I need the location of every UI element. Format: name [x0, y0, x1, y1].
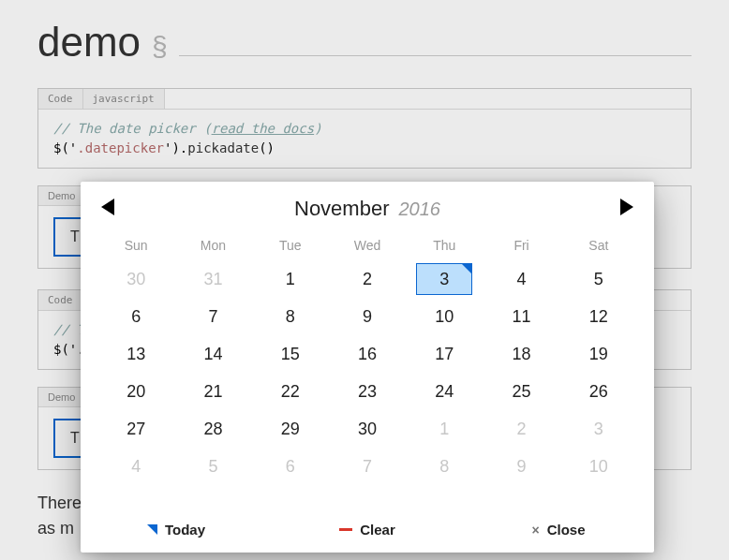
weekday-header: Wed [329, 228, 406, 260]
calendar-day[interactable]: 11 [494, 301, 550, 332]
calendar-day-outside[interactable]: 2 [494, 413, 550, 445]
calendar-day[interactable]: 2 [339, 263, 395, 295]
calendar-grid: SunMonTueWedThuFriSat 303112345678910111… [81, 225, 654, 508]
docs-link[interactable]: read the docs [212, 121, 315, 136]
weekday-header: Thu [406, 228, 483, 260]
title-rule [179, 55, 692, 56]
calendar-day[interactable]: 17 [416, 338, 472, 370]
calendar-day-outside[interactable]: 8 [416, 450, 472, 482]
prev-month-button[interactable] [101, 199, 114, 215]
today-label: Today [165, 522, 205, 538]
next-month-button[interactable] [620, 199, 633, 215]
demo-label-1: Demo [38, 186, 85, 206]
calendar-day[interactable]: 16 [339, 338, 395, 370]
calendar-day-outside[interactable]: 10 [571, 450, 627, 482]
calendar-day[interactable]: 6 [108, 301, 164, 332]
code-tab-lang[interactable]: javascript [83, 89, 165, 109]
weekday-header: Fri [483, 228, 559, 260]
calendar-day[interactable]: 21 [185, 376, 241, 407]
code-body-1: // The date picker (read the docs) $('.d… [38, 110, 691, 168]
calendar-day[interactable]: 26 [571, 376, 627, 407]
calendar-day[interactable]: 12 [571, 301, 627, 332]
calendar-day-outside[interactable]: 9 [494, 450, 550, 482]
datepicker-popup: November 2016 SunMonTueWedThuFriSat 3031… [81, 182, 654, 553]
calendar-day[interactable]: 23 [339, 376, 395, 407]
picker-month[interactable]: November [294, 197, 389, 221]
calendar-day[interactable]: 19 [571, 338, 627, 370]
calendar-day[interactable]: 1 [262, 263, 319, 295]
title-row: demo § [37, 19, 692, 66]
picker-header: November 2016 [81, 182, 654, 225]
demo-label-2: Demo [38, 388, 85, 407]
code-comment: // The date picker (read the docs) [53, 121, 322, 136]
calendar-day[interactable]: 22 [262, 376, 319, 407]
calendar-day[interactable]: 5 [571, 263, 627, 295]
clear-marker-icon [339, 528, 352, 531]
calendar-day-outside[interactable]: 30 [108, 263, 164, 295]
calendar-day-selected[interactable]: 3 [416, 263, 472, 295]
weekday-header: Sun [97, 228, 174, 260]
calendar-day[interactable]: 18 [494, 338, 550, 370]
calendar-day[interactable]: 7 [185, 301, 241, 332]
calendar-day-outside[interactable]: 5 [185, 450, 241, 482]
close-button[interactable]: × Close [463, 522, 654, 538]
close-label: Close [547, 522, 586, 538]
section-symbol: § [152, 31, 168, 63]
calendar-day[interactable]: 15 [262, 338, 319, 370]
calendar-day[interactable]: 13 [108, 338, 164, 370]
weekday-header: Tue [252, 228, 329, 260]
calendar-day[interactable]: 27 [108, 413, 164, 445]
calendar-day[interactable]: 20 [108, 376, 164, 407]
weekday-header: Mon [174, 228, 251, 260]
calendar-day-outside[interactable]: 1 [416, 413, 472, 445]
clear-label: Clear [360, 522, 395, 538]
calendar-day[interactable]: 25 [494, 376, 550, 407]
code-line-2: $('.datepicker').pickadate() [53, 139, 676, 158]
calendar-day-outside[interactable]: 6 [262, 450, 319, 482]
picker-year[interactable]: 2016 [398, 199, 440, 220]
calendar-day-outside[interactable]: 4 [108, 450, 164, 482]
calendar-day[interactable]: 4 [494, 263, 550, 295]
calendar-day-outside[interactable]: 7 [339, 450, 395, 482]
calendar-day-outside[interactable]: 31 [185, 263, 241, 295]
weekday-header: Sat [560, 228, 637, 260]
picker-footer: Today Clear × Close [81, 508, 654, 553]
calendar-day[interactable]: 29 [262, 413, 319, 445]
today-marker-icon [147, 524, 157, 535]
close-marker-icon: × [531, 523, 539, 538]
calendar-day-outside[interactable]: 3 [571, 413, 627, 445]
calendar-day[interactable]: 14 [185, 338, 241, 370]
calendar-day[interactable]: 24 [416, 376, 472, 407]
code-tab-code-2[interactable]: Code [38, 290, 83, 310]
calendar-day[interactable]: 30 [339, 413, 395, 445]
calendar-day[interactable]: 9 [339, 301, 395, 332]
page-title: demo [37, 19, 141, 66]
code-block-1: Code javascript // The date picker (read… [37, 88, 692, 169]
code-tab-code[interactable]: Code [38, 89, 83, 109]
calendar-day[interactable]: 8 [262, 301, 319, 332]
today-button[interactable]: Today [81, 522, 272, 538]
calendar-day[interactable]: 10 [416, 301, 472, 332]
clear-button[interactable]: Clear [272, 522, 463, 538]
calendar-day[interactable]: 28 [185, 413, 241, 445]
